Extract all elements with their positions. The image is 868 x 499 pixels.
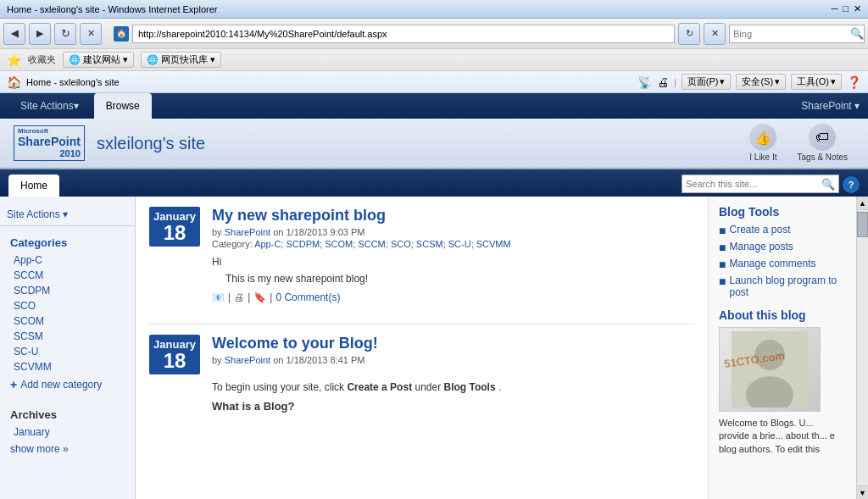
post-2-bold1: Create a Post [347,381,412,393]
sidebar-item-scsm[interactable]: SCSM [0,329,135,344]
site-actions-link[interactable]: Site Actions ▾ [7,208,128,220]
rss-icon[interactable]: 📡 [637,75,652,89]
post-2-author[interactable]: SharePoint [225,355,270,365]
stop-button[interactable]: ✕ [80,23,102,45]
rs-manage-posts: ■ Manage posts [719,241,846,254]
close-icon[interactable]: ✕ [854,3,861,14]
sidebar-item-scvmm[interactable]: SCVMM [0,359,135,374]
ie-info-bar: 🏠 Home - sxleilong's site 📡 🖨 | 页面(P)▾ 安… [0,71,868,93]
page-icon: 🏠 [116,29,126,38]
post-1-categories[interactable]: App-C; SCDPM; SCOM; SCCM; SCO; SCSM; SC-… [254,239,511,249]
post-2-date-box: January 18 [149,335,200,374]
scrollbar[interactable]: ▲ ▼ [856,197,868,499]
browser-search-bar[interactable]: 🔍 [729,25,865,43]
sp-year: 2010 [18,148,81,158]
tags-notes-button[interactable]: 🏷 Tags & Notes [791,120,854,166]
post-2-title[interactable]: Welcome to your Blog! [212,335,378,352]
post-1-text: This is my new sharepoint blog! [225,273,694,285]
post-1-title[interactable]: My new sharepoint blog [212,207,511,225]
launch-blog-link[interactable]: Launch blog program to post [729,274,846,298]
right-sidebar: Blog Tools ■ Create a post ■ Manage post… [708,197,856,499]
address-bar[interactable] [132,25,675,43]
post-1-author[interactable]: SharePoint [225,227,270,237]
content-area: January 18 My new sharepoint blog by Sha… [136,197,708,499]
browser-search-input[interactable] [733,29,850,39]
manage-comments-link[interactable]: Manage comments [729,258,815,269]
site-search-icon[interactable]: 🔍 [821,178,835,191]
scroll-up-button[interactable]: ▲ [857,197,868,210]
sidebar-item-scu[interactable]: SC-U [0,344,135,359]
create-post-link[interactable]: Create a post [729,224,790,236]
about-blog-title: About this blog [719,308,846,322]
browser-toolbar: ◀ ▶ ↻ ✕ 🏠 ↻ ✕ 🔍 [0,19,868,49]
bullet-icon: ■ [719,274,726,288]
browse-tab[interactable]: Browse [94,93,152,119]
post-2-date: on 1/18/2013 8:41 PM [273,355,364,365]
post-2-by: by [212,355,225,365]
safety-menu-button[interactable]: 安全(S)▾ [736,74,786,90]
post-1-print-icon: 🖨 [234,291,244,303]
i-like-it-button[interactable]: 👍 I Like It [743,120,783,166]
browser-search-icon[interactable]: 🔍 [850,27,864,40]
post-2-header: January 18 Welcome to your Blog! by Shar… [149,335,694,374]
page-menu-button[interactable]: 页面(P)▾ [682,74,732,90]
nav-tab-home[interactable]: Home [8,175,59,197]
minimize-icon[interactable]: ─ [832,3,838,14]
bullet-icon: ■ [719,241,726,254]
avatar-image [732,331,808,408]
quicksite-icon: 🌐 [147,54,159,65]
site-actions-tab[interactable]: Site Actions ▾ [8,93,91,119]
manage-posts-link[interactable]: Manage posts [729,241,793,252]
rs-create-post: ■ Create a post [719,224,846,237]
about-text: Welcome to Blogs. U... provide a brie...… [719,417,846,456]
site-search-input[interactable] [686,179,821,189]
post-1-header: January 18 My new sharepoint blog by Sha… [149,207,694,249]
post-2-bold2: Blog Tools [444,381,496,393]
refresh-button[interactable]: ↻ [54,23,76,45]
site-actions-dropdown-icon: ▾ [63,208,68,220]
quicksite-button[interactable]: 🌐 网页快讯库 ▾ [141,52,221,68]
quicksite-dropdown-icon: ▾ [210,54,215,65]
bullet-icon: ■ [719,258,726,271]
forward-button[interactable]: ▶ [29,23,51,45]
rs-launch-blog: ■ Launch blog program to post [719,274,846,298]
scroll-thumb[interactable] [857,212,868,237]
browser-titlebar: Home - sxleilong's site - Windows Intern… [0,0,868,19]
print-icon[interactable]: 🖨 [657,75,669,89]
go-button[interactable]: ↻ [678,23,700,45]
sidebar-item-sccm[interactable]: SCCM [0,268,135,283]
post-1-greeting: Hi [212,256,694,268]
archives-title: Archives [0,403,135,424]
suggest-site-button[interactable]: 🌐 建议网站 ▾ [63,52,134,68]
left-sidebar: Site Actions ▾ Categories App-C SCCM SCD… [0,197,136,499]
sidebar-item-appc[interactable]: App-C [0,252,135,268]
about-avatar: 51CTO.com [719,327,821,412]
add-category-button[interactable]: + Add new category [0,374,135,395]
help-icon[interactable]: ❓ [847,75,861,89]
post-1-comments-link[interactable]: 0 Comment(s) [275,291,340,303]
post-1-bookmark-icon: 🔖 [253,291,266,303]
address-input[interactable] [138,29,669,39]
show-more-link[interactable]: show more » [0,440,135,458]
archive-item-january[interactable]: January [0,424,135,440]
post-1-meta: by SharePoint on 1/18/2013 9:03 PM [212,227,511,237]
favorites-label[interactable]: 收藏夹 [28,53,56,66]
tags-notes-icon: 🏷 [809,124,836,151]
sharepoint-menu[interactable]: SharePoint ▾ [801,100,860,112]
back-button[interactable]: ◀ [3,23,25,45]
sp-main: Site Actions ▾ Categories App-C SCCM SCD… [0,197,868,499]
tools-menu-button[interactable]: 工具(O)▾ [791,74,842,90]
site-search-bar[interactable]: 🔍 [682,175,839,193]
post-1-body: Hi This is my new sharepoint blog! [149,256,694,285]
sidebar-item-scdpm[interactable]: SCDPM [0,283,135,298]
restore-icon[interactable]: □ [843,3,849,14]
sp-header: Microsoft SharePoint 2010 sxleilong's si… [0,119,868,169]
bullet-icon: ■ [719,224,726,237]
stop-btn2[interactable]: ✕ [704,23,726,45]
sidebar-item-scom[interactable]: SCOM [0,313,135,329]
svg-point-1 [754,340,785,370]
help-button[interactable]: ? [843,176,860,193]
scroll-down-button[interactable]: ▼ [857,485,868,499]
sp-logo-text: SharePoint [18,136,81,148]
sidebar-item-sco[interactable]: SCO [0,298,135,313]
